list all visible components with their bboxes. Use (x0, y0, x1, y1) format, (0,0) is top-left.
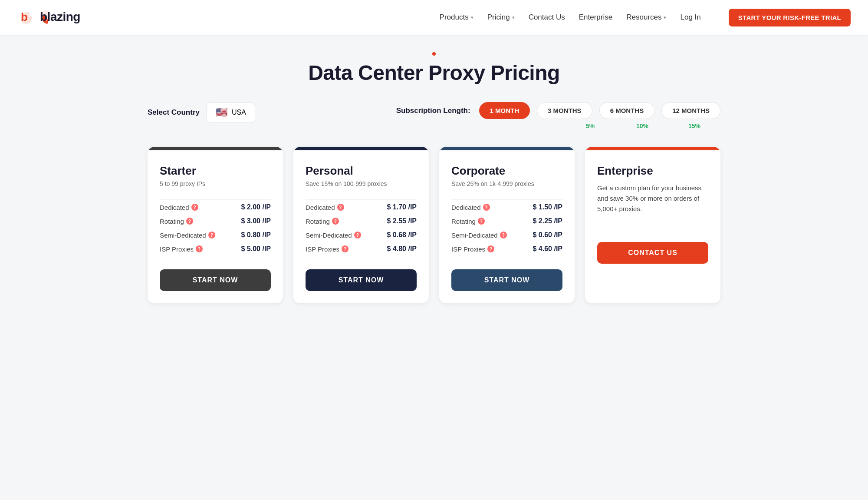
products-arrow: ▾ (471, 15, 473, 20)
personal-semi-help[interactable]: ? (354, 232, 361, 238)
corporate-rotating-label: Rotating ? (451, 218, 485, 225)
page-title: Data Center Proxy Pricing (148, 61, 720, 85)
corporate-isp-help[interactable]: ? (487, 245, 494, 252)
main-content: Data Center Proxy Pricing Select Country… (130, 35, 738, 338)
nav-pricing[interactable]: Pricing ▾ (487, 13, 515, 22)
corporate-dedicated-label: Dedicated ? (451, 204, 490, 211)
corporate-isp-label: ISP Proxies ? (451, 245, 494, 253)
nav-products-label: Products (440, 13, 469, 22)
logo-svg: blazing (40, 8, 96, 24)
starter-isp-label: ISP Proxies ? (160, 245, 203, 253)
nav-login[interactable]: Log In (680, 13, 700, 22)
personal-cta-button[interactable]: START NOW (306, 269, 417, 291)
svg-text:blazing: blazing (40, 10, 80, 23)
nav-enterprise[interactable]: Enterprise (579, 13, 612, 22)
corporate-rotating-help[interactable]: ? (478, 218, 485, 225)
country-button[interactable]: 🇺🇸 USA (207, 102, 255, 123)
dot-indicator (148, 52, 720, 56)
nav-resources-label: Resources (626, 13, 661, 22)
personal-dedicated-label: Dedicated ? (306, 204, 344, 211)
discount-3months: 5% (564, 123, 616, 129)
country-label: Select Country (148, 108, 200, 117)
logo-text: blazing (40, 13, 96, 27)
starter-semi-value: $ 0.80 /IP (241, 231, 271, 239)
discount-12months: 15% (668, 123, 720, 129)
resources-arrow: ▾ (664, 15, 666, 20)
sub-1month[interactable]: 1 MONTH (479, 102, 530, 119)
starter-rotating-label: Rotating ? (160, 218, 193, 225)
card-personal: Personal Save 15% on 100-999 proxies Ded… (293, 147, 429, 303)
corporate-price-isp: ISP Proxies ? $ 4.60 /IP (451, 245, 562, 253)
nav-resources[interactable]: Resources ▾ (626, 13, 666, 22)
corporate-title: Corporate (451, 164, 562, 178)
pricing-arrow: ▾ (512, 15, 515, 20)
subscription-top: Subscription Length: 1 MONTH 3 MONTHS 6 … (396, 102, 720, 119)
corporate-bar (439, 147, 575, 150)
starter-title: Starter (160, 164, 271, 178)
starter-rotating-help[interactable]: ? (186, 218, 193, 225)
nav-products[interactable]: Products ▾ (440, 13, 473, 22)
corporate-price-dedicated: Dedicated ? $ 1.50 /IP (451, 203, 562, 211)
personal-rotating-label: Rotating ? (306, 218, 339, 225)
navbar-cta-button[interactable]: START YOUR RISK-FREE TRIAL (729, 9, 851, 26)
country-flag: 🇺🇸 (216, 107, 227, 118)
personal-price-rotating: Rotating ? $ 2.55 /IP (306, 217, 417, 225)
corporate-dedicated-value: $ 1.50 /IP (533, 203, 563, 211)
personal-isp-value: $ 4.80 /IP (387, 245, 417, 253)
country-selector: Select Country 🇺🇸 USA (148, 102, 255, 123)
personal-bar (293, 147, 429, 150)
starter-isp-help[interactable]: ? (196, 245, 203, 252)
corporate-price-rotating: Rotating ? $ 2.25 /IP (451, 217, 562, 225)
sub-12months[interactable]: 12 MONTHS (661, 102, 720, 119)
card-corporate: Corporate Save 25% on 1k-4,999 proxies D… (439, 147, 575, 303)
personal-title: Personal (306, 164, 417, 178)
navbar: b blazing Products ▾ Pricing ▾ (0, 0, 868, 35)
enterprise-description: Get a custom plan for your business and … (597, 183, 708, 214)
personal-isp-label: ISP Proxies ? (306, 245, 349, 253)
starter-rotating-value: $ 3.00 /IP (241, 217, 271, 225)
starter-price-semi: Semi-Dedicated ? $ 0.80 /IP (160, 231, 271, 239)
starter-price-rotating: Rotating ? $ 3.00 /IP (160, 217, 271, 225)
personal-semi-label: Semi-Dedicated ? (306, 232, 361, 239)
starter-semi-help[interactable]: ? (208, 232, 215, 238)
starter-semi-label: Semi-Dedicated ? (160, 232, 215, 239)
corporate-price-semi: Semi-Dedicated ? $ 0.60 /IP (451, 231, 562, 239)
personal-price-dedicated: Dedicated ? $ 1.70 /IP (306, 203, 417, 211)
starter-dedicated-help[interactable]: ? (191, 204, 198, 211)
card-starter: Starter 5 to 99 proxy IPs Dedicated ? $ … (148, 147, 283, 303)
enterprise-cta-button[interactable]: CONTACT US (597, 242, 708, 264)
discount-6months: 10% (616, 123, 668, 129)
subscription-row: Subscription Length: 1 MONTH 3 MONTHS 6 … (396, 102, 720, 129)
corporate-cta-button[interactable]: START NOW (451, 269, 562, 291)
nav-pricing-label: Pricing (487, 13, 510, 22)
sub-6months[interactable]: 6 MONTHS (599, 102, 655, 119)
corporate-dedicated-help[interactable]: ? (483, 204, 490, 211)
corporate-isp-value: $ 4.60 /IP (533, 245, 563, 253)
nav-contact-label: Contact Us (529, 13, 565, 22)
personal-subtitle: Save 15% on 100-999 proxies (306, 180, 417, 187)
corporate-semi-help[interactable]: ? (500, 232, 507, 238)
corporate-rotating-value: $ 2.25 /IP (533, 217, 563, 225)
starter-dedicated-value: $ 2.00 /IP (241, 203, 271, 211)
pricing-cards: Starter 5 to 99 proxy IPs Dedicated ? $ … (148, 147, 720, 303)
corporate-semi-label: Semi-Dedicated ? (451, 232, 507, 239)
starter-dedicated-label: Dedicated ? (160, 204, 198, 211)
starter-price-dedicated: Dedicated ? $ 2.00 /IP (160, 203, 271, 211)
personal-dedicated-value: $ 1.70 /IP (387, 203, 417, 211)
personal-price-semi: Semi-Dedicated ? $ 0.68 /IP (306, 231, 417, 239)
personal-rotating-help[interactable]: ? (332, 218, 339, 225)
personal-isp-help[interactable]: ? (342, 245, 349, 252)
personal-dedicated-help[interactable]: ? (337, 204, 344, 211)
starter-isp-value: $ 5.00 /IP (241, 245, 271, 253)
starter-cta-button[interactable]: START NOW (160, 269, 271, 291)
country-value: USA (232, 109, 246, 116)
logo[interactable]: b blazing (17, 8, 96, 27)
sub-3months[interactable]: 3 MONTHS (537, 102, 592, 119)
nav-contact[interactable]: Contact Us (529, 13, 565, 22)
corporate-subtitle: Save 25% on 1k-4,999 proxies (451, 180, 562, 187)
nav-login-label: Log In (680, 13, 700, 22)
personal-semi-value: $ 0.68 /IP (387, 231, 417, 239)
subscription-label: Subscription Length: (396, 106, 470, 115)
starter-bar (148, 147, 283, 150)
logo-icon: b (17, 8, 36, 27)
